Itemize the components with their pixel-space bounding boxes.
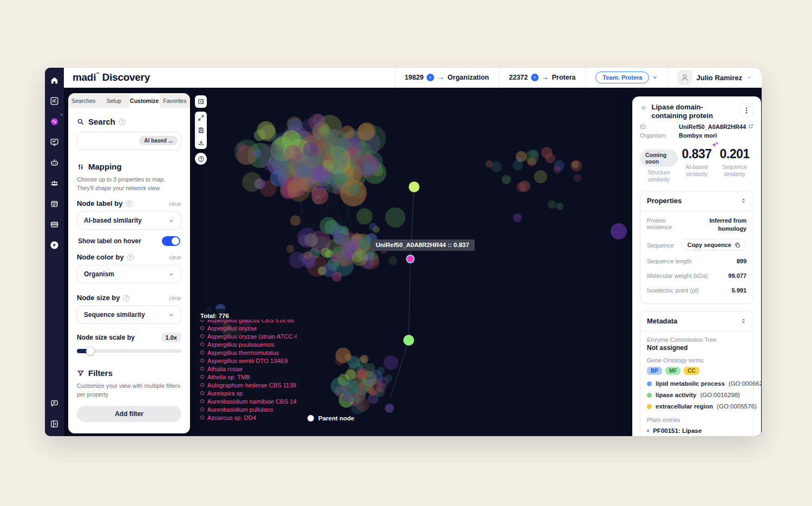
help-icon[interactable]: ? [119, 119, 126, 125]
sparkle-icon: ✦ [60, 113, 63, 117]
clear-node-label[interactable]: clear [169, 200, 181, 207]
legend-item[interactable]: Aureispira sp [200, 389, 297, 397]
add-filter-button[interactable]: Add filter [77, 406, 181, 422]
user-menu[interactable]: Julio Ramirez [667, 68, 762, 87]
svg-text:$: $ [53, 203, 55, 206]
card-icon[interactable] [49, 218, 61, 230]
protein-id: UniRef50_A0A8R2HR44 [679, 124, 746, 130]
legend-item-label: Aureispira sp [207, 390, 243, 397]
tab-favorites[interactable]: Favorites [160, 93, 190, 108]
monitor-data-icon[interactable] [49, 136, 61, 148]
help-icon[interactable]: ? [123, 295, 129, 301]
parent-node-label: Parent node [318, 415, 354, 421]
legend-item[interactable]: Aspergillus glaucus CBS 516.65 [200, 320, 297, 324]
download-button[interactable] [195, 137, 207, 149]
go-term-code: (GO:0006629) [729, 380, 762, 387]
collapse-chevrons-icon [741, 316, 746, 326]
node-size-value: Sequence similarity [84, 311, 145, 319]
ec-tree-label: Enzyme Commission Tree [647, 336, 746, 343]
legend-ring-icon [200, 351, 204, 354]
node-tooltip: UniRef50_A0A8R2HR44 :: 0.837 [370, 239, 475, 251]
legend-item[interactable]: Aspergillus thermomutatus [200, 348, 297, 356]
node-color-select[interactable]: Organism [77, 265, 181, 283]
node-label-select[interactable]: AI-based similarity [77, 211, 181, 230]
clear-node-size[interactable]: clear [169, 295, 181, 301]
kebab-menu-button[interactable]: ⋮ [739, 103, 754, 117]
favorite-star-icon[interactable]: ★ [640, 103, 647, 113]
ai-similarity-value: 0.837 ✦✦ [682, 147, 711, 161]
home-icon[interactable] [49, 74, 61, 86]
fit-view-button[interactable] [195, 112, 207, 124]
show-label-hover-toggle[interactable] [162, 236, 180, 246]
network-molecule-icon[interactable]: ✦ [49, 115, 61, 127]
clear-node-color[interactable]: clear [169, 254, 181, 261]
property-value: 899 [737, 257, 746, 265]
legend-item[interactable]: Aulographum hederae CBS 113979 [200, 381, 297, 389]
go-term: extracellular region(GO:0005576) [647, 401, 746, 412]
metadata-card: Metadata Enzyme Commission Tree Not assi… [640, 311, 754, 436]
team-icon[interactable] [49, 177, 61, 189]
org-credits[interactable]: 19829 → Organization [395, 68, 499, 87]
payments-icon[interactable]: $ [49, 198, 61, 210]
help-button[interactable] [195, 153, 207, 165]
go-badge-bp: BP [647, 367, 662, 375]
legend-total: Total: 776 [200, 313, 297, 319]
collapse-panel-button[interactable] [195, 95, 207, 108]
go-term: lipase activity(GO:0016298) [647, 390, 746, 401]
property-label: Isoelectric point (pI) [647, 287, 699, 294]
legend-item[interactable]: Aureobasidium namibiae CBS 147. [200, 397, 297, 405]
copy-sequence-button[interactable]: Copy sequence [682, 239, 746, 251]
credit-bolt-icon [531, 74, 539, 81]
legend-ring-icon [200, 359, 204, 362]
tab-searches[interactable]: Searches [68, 93, 99, 108]
chevron-down-icon [652, 75, 658, 80]
panel-toggle-icon[interactable] [49, 418, 61, 430]
properties-header[interactable]: Properties [640, 191, 753, 211]
sequence-similarity-value: 0.201 [719, 147, 749, 161]
metadata-title: Metadata [647, 317, 677, 325]
save-view-button[interactable] [195, 124, 207, 137]
node-size-slider[interactable] [77, 347, 181, 355]
property-value: 5.991 [731, 287, 746, 295]
legend-ring-icon [200, 342, 204, 346]
team-selector[interactable]: Team: Protera [585, 68, 667, 87]
node-size-by-label: Node size by [77, 294, 120, 302]
tab-customize[interactable]: Customize [129, 93, 160, 108]
legend-item[interactable]: Aureobasidium pullulans [200, 405, 297, 413]
legend-item[interactable]: Athelia sp. TMB [200, 373, 297, 381]
analytics-icon[interactable] [49, 95, 61, 107]
legend-item[interactable]: Aspergillus wentii DTO 134E9 [200, 356, 297, 365]
network-canvas[interactable]: Searches Setup Customize Favorites Searc… [64, 88, 762, 436]
team-pill[interactable]: Team: Protera [595, 72, 649, 83]
robot-icon[interactable] [49, 157, 61, 168]
go-terms-label: Gene Ontology terms [647, 357, 704, 364]
legend-item[interactable]: Aspergillus oryzae [200, 324, 297, 332]
legend-item-label: Aspergillus glaucus CBS 516.65 [207, 320, 294, 323]
ai-based-chip[interactable]: AI based ... [139, 136, 178, 145]
metadata-header[interactable]: Metadata [640, 312, 753, 332]
help-icon[interactable]: ? [127, 254, 134, 261]
property-value: 99.077 [728, 272, 746, 280]
chat-icon[interactable] [49, 397, 61, 409]
help-icon[interactable]: ? [126, 200, 133, 207]
legend-ring-icon [200, 326, 204, 330]
legend-viewport[interactable]: Aspergillus glaucus CBS 516.65Aspergillu… [200, 320, 297, 426]
go-term-name: lipid metabolic process [656, 380, 725, 387]
legend-item-label: Aureobasidium namibiae CBS 147. [207, 398, 297, 405]
slider-thumb[interactable] [86, 347, 95, 355]
node-size-select[interactable]: Sequence similarity [77, 306, 181, 324]
legend-item[interactable]: Aspergillus puulaauensis [200, 340, 297, 348]
legend-item[interactable]: Azoarcus sp. DD4 [200, 413, 297, 421]
mapping-description: Choose up to 3 properties to map. They'l… [77, 176, 181, 192]
tab-setup[interactable]: Setup [99, 93, 129, 108]
boost-bolt-icon[interactable] [49, 239, 61, 251]
legend-item[interactable]: Aspergillus oryzae (strain ATCC 421 [200, 332, 297, 340]
sliders-icon [77, 163, 84, 171]
app-header: madi™ Discovery 19829 → Organization 223… [64, 68, 762, 88]
external-link-icon[interactable] [748, 124, 754, 130]
legend-item-label: Aureobasidium pullulans [207, 406, 273, 413]
coming-soon-badge: Coming soon [640, 150, 678, 167]
org-credits-value: 19829 [405, 74, 424, 81]
legend-item[interactable]: Athalia rosae [200, 365, 297, 373]
protera-credits[interactable]: 22372 → Protera [499, 68, 585, 87]
